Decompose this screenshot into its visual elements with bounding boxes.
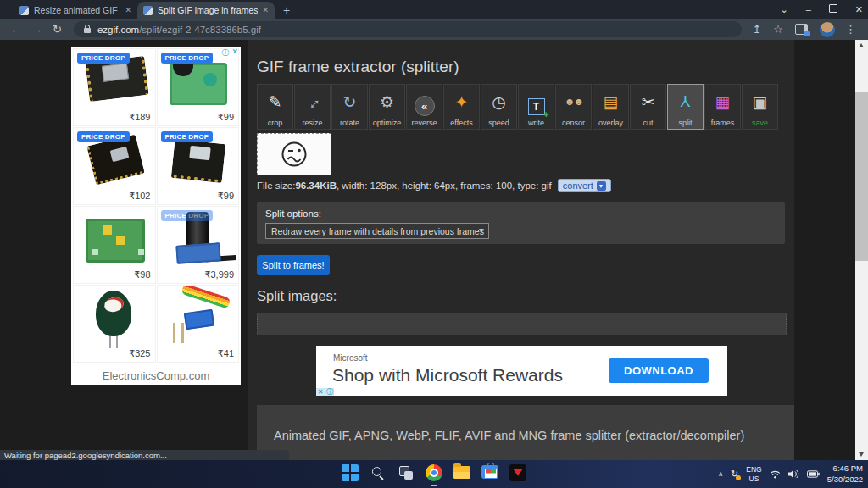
tab-strip: Resize animated GIF - ezgif-2-78 ✕ Split… <box>14 0 275 19</box>
product-gas-sensor[interactable]: PRICE DROP ₹3,999 <box>157 206 240 284</box>
scroll-down-arrow[interactable] <box>855 449 868 460</box>
system-tray: ∧ ↻ ENG US 6:46 PM <box>718 460 863 488</box>
tool-write[interactable]: T write <box>518 84 554 130</box>
language-switcher[interactable]: ENG US <box>746 465 761 483</box>
price-drop-badge: PRICE DROP <box>161 210 214 221</box>
taskbar-explorer-button[interactable] <box>451 463 473 486</box>
ad-footer-link[interactable]: ElectronicsComp.com <box>71 369 241 382</box>
price-drop-badge: PRICE DROP <box>161 131 214 142</box>
reload-icon[interactable]: ↻ <box>53 23 62 36</box>
tool-icon: ↔ <box>295 84 331 119</box>
browser-menu-icon[interactable]: ⋮ <box>845 23 856 36</box>
product-motor-driver-board[interactable]: PRICE DROP ₹99 <box>157 48 240 126</box>
windows-taskbar: ∧ ↻ ENG US 6:46 PM <box>0 460 868 488</box>
gif-preview <box>257 133 331 175</box>
split-to-frames-button[interactable]: Split to frames! <box>257 255 330 275</box>
tool-save[interactable]: ▣ save <box>742 84 778 130</box>
sidebar-ad[interactable]: ⓘ ✕ PRICE DROP ₹189 PRICE DROP ₹99 <box>71 47 241 385</box>
ad-info-icon[interactable]: ⓘ <box>221 47 229 58</box>
minimize-button[interactable]: – <box>806 0 811 19</box>
gif-face-image <box>258 134 331 175</box>
tool-icon: ✎ <box>269 85 282 119</box>
tool-resize[interactable]: ↔ resize <box>294 84 331 130</box>
wifi-icon[interactable] <box>770 470 781 479</box>
maximize-button[interactable] <box>829 0 837 19</box>
splitter-description: Animated GIF, APNG, WebP, FLIF, AVIF and… <box>274 429 744 442</box>
price-drop-badge: PRICE DROP <box>161 53 214 64</box>
product-soil-meter[interactable]: ₹325 <box>73 285 156 363</box>
desktop: Resize animated GIF - ezgif-2-78 ✕ Split… <box>0 0 868 488</box>
tool-crop[interactable]: ✎ crop <box>257 84 293 130</box>
browser-tab[interactable]: Split GIF image in frames - ezgif- ✕ <box>137 2 275 19</box>
tool-censor[interactable]: ☻☻ censor <box>555 84 592 130</box>
product-esp8266-module[interactable]: PRICE DROP ₹99 <box>157 127 240 205</box>
ad-close-icon[interactable]: ✕ <box>316 388 325 396</box>
split-options-label: Split options: <box>265 208 321 219</box>
ad-headline: Shop with Microsoft Rewards <box>332 365 563 385</box>
tool-label: rotate <box>340 119 359 127</box>
back-icon[interactable]: ← <box>10 23 21 36</box>
tool-speed[interactable]: ◷ speed <box>481 84 517 130</box>
ad-product-grid: PRICE DROP ₹189 PRICE DROP ₹99 PRICE DRO… <box>73 48 239 363</box>
tab-favicon <box>143 6 153 15</box>
taskbar-taskview-button[interactable] <box>395 463 417 486</box>
taskbar-chrome-button[interactable] <box>423 463 445 486</box>
file-size-value: 96.34KiB <box>295 180 337 191</box>
tab-close-icon[interactable]: ✕ <box>262 6 269 14</box>
convert-button[interactable]: convert <box>558 179 611 192</box>
tool-label: reverse <box>411 119 437 127</box>
product-isolator-board[interactable]: ₹98 <box>73 206 156 284</box>
tool-rotate[interactable]: ↻ rotate <box>331 84 368 130</box>
forward-icon[interactable]: → <box>31 23 42 36</box>
tool-icon: ↻ <box>343 85 357 119</box>
side-panel-icon[interactable] <box>795 24 808 35</box>
download-button[interactable]: DOWNLOAD <box>609 358 709 383</box>
microsoft-ad[interactable]: Microsoft Shop with Microsoft Rewards DO… <box>316 346 727 396</box>
taskbar-search-button[interactable] <box>367 463 389 486</box>
tool-effects[interactable]: ✦ effects <box>443 84 480 130</box>
ad-close-icon[interactable]: ✕ <box>231 47 238 58</box>
tool-overlay[interactable]: ▤ overlay <box>593 84 629 130</box>
scroll-up-arrow[interactable] <box>855 40 868 51</box>
tab-search-icon[interactable]: ⌄ <box>780 0 787 19</box>
price-drop-badge: PRICE DROP <box>77 131 130 142</box>
url-host: ezgif.com <box>97 25 139 35</box>
sync-status-icon[interactable]: ↻ <box>731 469 738 480</box>
main-content: GIF frame extractor (splitter) ✎ crop ↔ … <box>248 40 794 460</box>
tool-label: crop <box>268 119 283 127</box>
product-esp8266-chip[interactable]: PRICE DROP ₹102 <box>73 127 156 205</box>
tool-cut[interactable]: ✂ cut <box>630 84 666 130</box>
product-price: ₹325 <box>129 348 150 359</box>
battery-icon[interactable] <box>807 470 820 478</box>
page-scrollbar[interactable] <box>855 40 868 460</box>
volume-icon[interactable] <box>788 469 799 479</box>
product-nodemcu-board[interactable]: PRICE DROP ₹189 <box>73 48 156 126</box>
taskbar-store-button[interactable] <box>479 463 501 486</box>
browser-tab[interactable]: Resize animated GIF - ezgif-2-78 ✕ <box>14 2 137 19</box>
product-price: ₹99 <box>218 191 234 202</box>
split-options-select[interactable]: Redraw every frame with details from pre… <box>265 223 489 239</box>
browser-tab-bar: Resize animated GIF - ezgif-2-78 ✕ Split… <box>0 0 868 19</box>
tool-reverse[interactable]: « reverse <box>406 84 442 130</box>
tray-chevron-icon[interactable]: ∧ <box>718 470 723 478</box>
ad-info-icon[interactable]: ⓘ <box>326 388 334 396</box>
close-window-button[interactable]: ✕ <box>855 0 863 19</box>
file-info-prefix: File size: <box>257 180 295 191</box>
tool-icon: Y <box>680 85 691 119</box>
split-images-heading: Split images: <box>257 288 337 304</box>
scrollbar-thumb[interactable] <box>855 92 868 261</box>
new-tab-button[interactable]: + <box>283 3 290 17</box>
tool-frames[interactable]: ▦ frames <box>704 84 741 130</box>
profile-avatar[interactable] <box>820 22 835 37</box>
address-bar[interactable]: ezgif.com/split/ezgif-2-47c83386b5.gif <box>74 21 743 37</box>
taskbar-predator-button[interactable] <box>507 463 529 486</box>
tool-split[interactable]: Y split <box>667 84 704 130</box>
product-moisture-sensor[interactable]: ₹41 <box>157 285 240 363</box>
tab-close-icon[interactable]: ✕ <box>125 6 131 14</box>
tool-optimize[interactable]: ⚙ optimize <box>369 84 405 130</box>
bookmark-star-icon[interactable]: ☆ <box>773 23 783 36</box>
taskbar-start-button[interactable] <box>339 463 361 486</box>
page-title: GIF frame extractor (splitter) <box>257 58 459 76</box>
clock[interactable]: 6:46 PM 5/30/2022 <box>827 463 863 485</box>
share-icon[interactable]: ↥ <box>752 23 761 36</box>
